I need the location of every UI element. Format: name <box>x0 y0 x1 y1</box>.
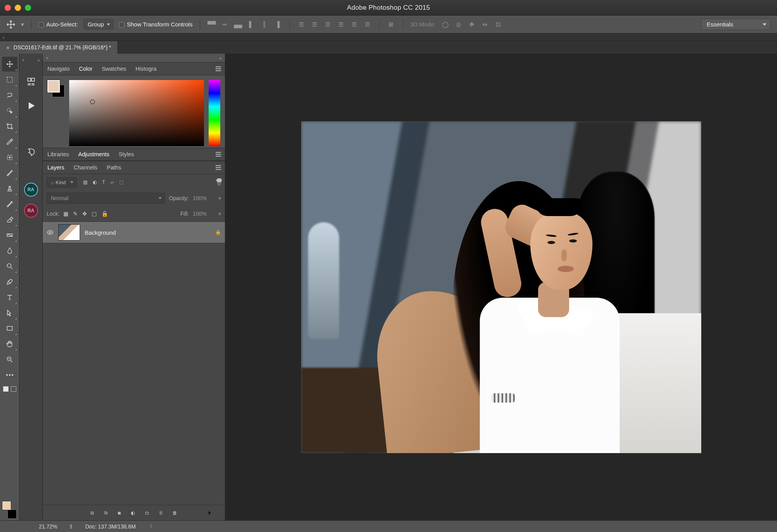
zoom-tool[interactable] <box>2 352 17 367</box>
window-minimize-button[interactable] <box>15 5 21 11</box>
styles-panel-icon[interactable] <box>23 144 40 161</box>
foreground-color[interactable] <box>2 501 11 510</box>
layer-style-icon[interactable]: fx <box>104 510 108 516</box>
clone-stamp-tool[interactable] <box>2 181 17 196</box>
zoom-level[interactable]: 21.72% <box>39 523 57 530</box>
hand-tool[interactable] <box>2 337 17 351</box>
lock-transparency-icon[interactable]: ▦ <box>63 211 68 217</box>
lock-position-icon[interactable]: ✥ <box>82 211 87 217</box>
gradient-tool[interactable] <box>2 228 17 242</box>
auto-select-checkbox[interactable]: Auto-Select: <box>38 21 78 28</box>
document-tab[interactable]: × DSC01617-Edit.tif @ 21.7% (RGB/16*) * <box>0 41 118 54</box>
document-canvas[interactable] <box>301 121 701 453</box>
filter-pixel-icon[interactable]: ▧ <box>83 180 87 185</box>
3d-orbit-icon[interactable]: ◯ <box>441 20 450 29</box>
patch-tool[interactable] <box>2 150 17 165</box>
tab-navigator[interactable]: Navigato <box>43 63 74 75</box>
opacity-scrubber-icon[interactable]: ▾ <box>218 195 221 201</box>
align-vcenter-icon[interactable]: ═ <box>220 20 230 29</box>
panel-menu-icon[interactable] <box>212 152 225 157</box>
tab-libraries[interactable]: Libraries <box>43 148 74 160</box>
color-field[interactable] <box>69 80 204 146</box>
eraser-tool[interactable] <box>2 212 17 227</box>
dist-5-icon[interactable]: ☰ <box>350 20 359 29</box>
quick-select-tool[interactable] <box>2 103 17 118</box>
3d-slide-icon[interactable]: ⇔ <box>481 20 490 29</box>
expand-icon[interactable]: » <box>2 35 5 40</box>
workspace-dropdown[interactable]: Essentials <box>701 19 771 30</box>
eyedropper-tool[interactable] <box>2 134 17 149</box>
fill-value[interactable]: 100% <box>193 211 214 217</box>
delete-layer-icon[interactable]: 🗑 <box>172 510 177 516</box>
tab-swatches[interactable]: Swatches <box>97 63 131 75</box>
actions-panel-icon[interactable] <box>23 97 40 114</box>
3d-pan-icon[interactable]: ✥ <box>467 20 477 29</box>
dist-3-icon[interactable]: ☰ <box>323 20 333 29</box>
color-swatches[interactable] <box>2 501 17 516</box>
fill-scrubber-icon[interactable]: ▾ <box>218 211 221 217</box>
pen-tool[interactable] <box>2 274 17 289</box>
move-tool[interactable] <box>2 57 17 72</box>
dist-2-icon[interactable]: ☰ <box>310 20 319 29</box>
link-layers-icon[interactable]: ⧉ <box>91 510 94 516</box>
close-icon[interactable]: × <box>46 55 49 61</box>
tab-adjustments[interactable]: Adjustments <box>74 148 114 160</box>
tab-paths[interactable]: Paths <box>102 161 126 174</box>
align-hcenter-icon[interactable]: ║ <box>260 20 269 29</box>
close-tab-icon[interactable]: × <box>6 44 10 51</box>
filter-toggle[interactable] <box>217 179 221 186</box>
dist-4-icon[interactable]: ☰ <box>336 20 346 29</box>
expand-icon[interactable]: » <box>37 58 40 66</box>
panel-menu-icon[interactable] <box>212 165 225 170</box>
dodge-tool[interactable] <box>2 259 17 274</box>
layer-visibility-icon[interactable] <box>47 229 54 236</box>
3d-scale-icon[interactable]: ⊡ <box>494 20 503 29</box>
canvas-area[interactable] <box>225 54 777 520</box>
layer-thumbnail[interactable] <box>58 224 80 241</box>
lasso-tool[interactable] <box>2 88 17 103</box>
tab-styles[interactable]: Styles <box>114 148 139 160</box>
3d-roll-icon[interactable]: ◎ <box>454 20 463 29</box>
tab-layers[interactable]: Layers <box>43 161 69 174</box>
filter-smart-icon[interactable]: ⬚ <box>119 180 124 185</box>
close-icon[interactable]: × <box>22 58 24 66</box>
align-bottom-icon[interactable]: ▄▄ <box>233 20 243 29</box>
dist-1-icon[interactable]: ☰ <box>297 20 306 29</box>
brush-tool[interactable] <box>2 166 17 180</box>
blend-mode-dropdown[interactable]: Normal <box>47 193 165 204</box>
filter-type-icon[interactable]: T <box>102 180 105 185</box>
profile-avatar-teal[interactable]: RA <box>24 183 38 197</box>
window-maximize-button[interactable] <box>25 5 31 11</box>
layer-filter-kind-dropdown[interactable]: Kind <box>47 177 77 188</box>
color-picker-cursor[interactable] <box>90 99 95 104</box>
more-tools[interactable] <box>2 368 17 382</box>
show-transform-checkbox[interactable]: Show Transform Controls <box>119 21 192 28</box>
profile-avatar-magenta[interactable]: RA <box>24 204 38 218</box>
align-right-icon[interactable]: ▐ <box>273 20 282 29</box>
add-mask-icon[interactable]: ◙ <box>118 510 121 516</box>
align-left-icon[interactable]: ▌ <box>247 20 256 29</box>
rectangle-tool[interactable] <box>2 321 17 336</box>
doc-info[interactable]: Doc: 137.3M/136.6M <box>85 523 136 530</box>
auto-align-icon[interactable]: ⊞ <box>387 20 396 29</box>
blur-tool[interactable] <box>2 243 17 258</box>
layer-name[interactable]: Background <box>85 229 211 236</box>
new-group-icon[interactable]: 🗀 <box>145 510 150 516</box>
tab-channels[interactable]: Channels <box>69 161 102 174</box>
share-icon[interactable]: ⇪ <box>69 523 73 530</box>
quick-mask-toggle[interactable] <box>3 386 16 392</box>
marquee-tool[interactable] <box>2 72 17 87</box>
dist-6-icon[interactable]: ☰ <box>363 20 372 29</box>
align-top-icon[interactable]: ▀▀ <box>207 20 216 29</box>
history-brush-tool[interactable] <box>2 197 17 211</box>
hue-slider[interactable] <box>209 80 220 146</box>
opacity-value[interactable]: 100% <box>193 195 214 201</box>
hue-pointer-icon[interactable] <box>209 511 211 515</box>
new-adjustment-icon[interactable]: ◐ <box>131 510 135 516</box>
tab-histogram[interactable]: Histogra <box>131 63 161 75</box>
lock-artboard-icon[interactable]: ▢ <box>92 211 97 217</box>
auto-select-dropdown[interactable]: Group <box>84 19 114 30</box>
background-color[interactable] <box>7 509 17 519</box>
new-layer-icon[interactable]: ⎘ <box>160 510 162 516</box>
lock-pixels-icon[interactable]: ✎ <box>73 211 78 217</box>
